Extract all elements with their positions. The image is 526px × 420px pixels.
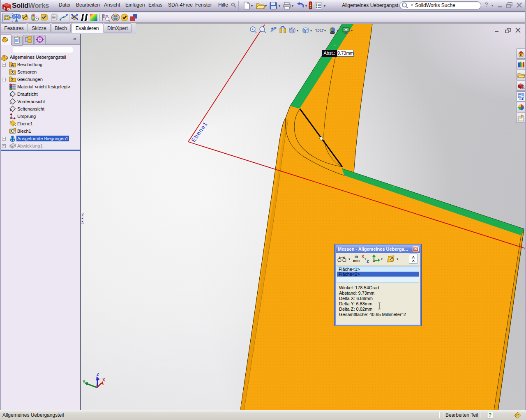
svg-text:▾: ▾ xyxy=(310,29,312,32)
svg-text:S: S xyxy=(3,7,6,10)
svg-text:W: W xyxy=(7,7,10,11)
svg-text:Z: Z xyxy=(97,372,99,377)
svg-text:▾: ▾ xyxy=(337,29,339,32)
svg-text:A: A xyxy=(11,62,14,67)
svg-text:Σ: Σ xyxy=(11,78,14,82)
svg-text:▾: ▾ xyxy=(324,29,326,32)
svg-text:Ebene1: Ebene1 xyxy=(190,120,209,143)
svg-text:Z: Z xyxy=(367,259,369,263)
svg-text:X: X xyxy=(102,378,105,382)
svg-text:▾: ▾ xyxy=(351,29,353,32)
svg-text:Y: Y xyxy=(83,380,85,384)
svg-text:▾: ▾ xyxy=(297,29,298,32)
